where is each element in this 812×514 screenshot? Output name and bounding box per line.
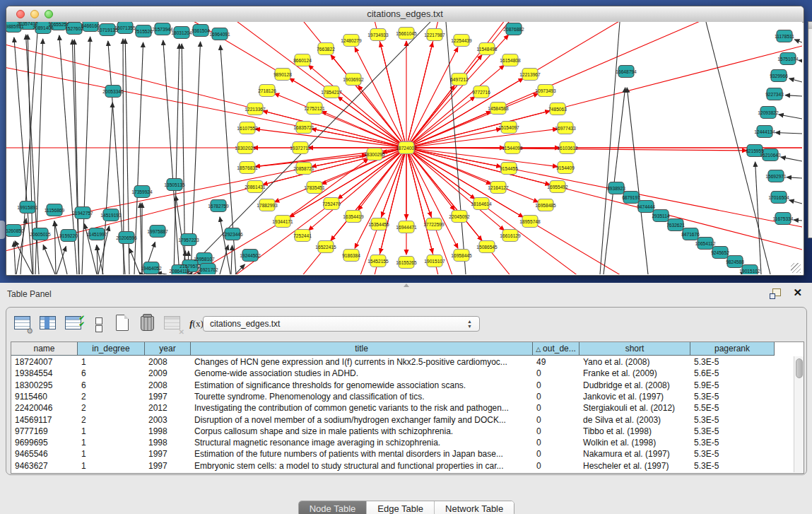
column-header-out-de-[interactable]: △out_de... [533,342,579,356]
table-cell[interactable]: 5.3E-5 [690,426,775,437]
table-cell[interactable]: 0 [533,402,579,414]
table-row[interactable]: 946554611997Estimation of the future num… [11,448,804,460]
network-canvas[interactable]: 1872400718300295161036121697743374850631… [6,22,802,274]
float-panel-icon[interactable] [770,288,781,299]
table-cell[interactable]: 5.3E-5 [690,448,775,460]
table-cell[interactable]: Yano et al. (2008) [579,356,690,368]
collapsed-panel-handle[interactable] [0,221,5,239]
column-header-title[interactable]: title [191,342,533,356]
table-cell[interactable]: 1997 [145,460,191,472]
column-header-short[interactable]: short [579,342,690,356]
table-cell[interactable]: 18724007 [11,356,78,368]
table-cell[interactable]: 5.5E-5 [690,402,775,414]
table-cell[interactable]: 1 [78,460,145,472]
table-cell[interactable]: 1 [78,356,145,368]
tab-network-table[interactable]: Network Table [434,501,514,514]
table-cell[interactable]: 5.3E-5 [690,437,775,448]
node-table[interactable]: namein_degreeyeartitle△out_de...shortpag… [11,341,804,474]
table-cell[interactable]: 6 [78,368,145,379]
table-cell[interactable]: Estimation of significance thresholds fo… [191,380,533,391]
table-cell[interactable]: Stergiakouli et al. (2012) [579,402,690,414]
table-cell[interactable]: 2009 [145,368,191,379]
close-panel-icon[interactable]: ✕ [793,287,802,298]
table-cell[interactable]: 9465546 [11,448,78,460]
window-resize-grip[interactable] [791,263,801,273]
trash-icon[interactable] [136,313,158,334]
table-cell[interactable]: 2 [78,402,145,414]
panel-resize-handle[interactable] [404,284,409,287]
table-cell[interactable]: 5.6E-5 [690,368,775,379]
table-row[interactable]: 1938455462009Genome-wide association stu… [11,368,804,379]
table-cell[interactable]: 0 [533,368,579,379]
table-cell[interactable]: Hescheler et al. (1997) [579,460,690,472]
table-cell[interactable]: 18300295 [11,380,78,391]
table-cell[interactable]: Jankovic et al. (1997) [579,391,690,402]
table-cell[interactable]: 0 [533,380,579,391]
table-cell[interactable]: 0 [533,460,579,472]
table-cell[interactable]: 6 [78,380,145,391]
table-row[interactable]: 1456911722003Disruption of a novel membe… [11,414,804,426]
table-cell[interactable]: 0 [533,414,579,426]
table-row[interactable]: 977716911998Corpus callosum shape and si… [11,426,804,437]
table-cell[interactable]: 0 [533,426,579,437]
table-select-dropdown[interactable]: citations_edges.txt ▲▼ [203,316,480,332]
rows-icon[interactable] [88,313,110,334]
table-cell[interactable]: Nakamura et al. (1997) [579,448,690,460]
table-cell[interactable]: 1997 [145,448,191,460]
table-cell[interactable]: 1998 [145,437,191,448]
table-cell[interactable]: 1998 [145,426,191,437]
table-row[interactable]: 911546021997Tourette syndrome. Phenomeno… [11,391,804,402]
new-file-icon[interactable] [112,313,133,334]
table-cell[interactable]: 2 [78,391,145,402]
tab-edge-table[interactable]: Edge Table [366,501,434,514]
column-header-year[interactable]: year [145,342,191,356]
table-vertical-scrollbar[interactable] [794,356,804,472]
table-cell[interactable]: 2008 [145,356,191,368]
table-cell[interactable]: 0 [533,448,579,460]
table-cell[interactable]: Corpus callosum shape and size in male p… [191,426,533,437]
table-cell[interactable]: 5.3E-5 [690,391,775,402]
column-header-in-degree[interactable]: in_degree [78,342,145,356]
table-cell[interactable]: 2008 [145,380,191,391]
table-cell[interactable]: Franke et al. (2009) [579,368,690,379]
row-checks-icon[interactable]: ✔✔ [63,313,84,334]
table-cell[interactable]: Changes of HCN gene expression and I(f) … [191,356,533,368]
table-cell[interactable]: 22420046 [11,402,78,414]
table-cell[interactable]: Investigating the contribution of common… [191,402,533,414]
table-cell[interactable]: 5.3E-5 [690,414,775,426]
table-cell[interactable]: 5.3E-5 [690,460,775,472]
table-cell[interactable]: 19384554 [11,368,78,379]
table-cell[interactable]: 5.9E-5 [690,380,775,391]
table-header-row[interactable]: namein_degreeyeartitle△out_de...shortpag… [11,342,804,356]
table-cell[interactable]: Tibbo et al. (1998) [579,426,690,437]
column-header-pagerank[interactable]: pagerank [690,342,775,356]
table-cell[interactable]: 9699695 [11,437,78,448]
table-settings-icon[interactable]: ⚙ [12,313,33,334]
table-cell[interactable]: Structural magnetic resonance image aver… [191,437,533,448]
table-cell[interactable]: Estimation of the future numbers of pati… [191,448,533,460]
table-cell[interactable]: Embryonic stem cells: a model to study s… [191,460,533,472]
table-cell[interactable]: Genome-wide association studies in ADHD. [191,368,533,379]
table-row[interactable]: 946362711997Embryonic stem cells: a mode… [11,460,804,472]
table-row[interactable]: 1830029562008Estimation of significance … [11,380,804,391]
table-cell[interactable]: 9115460 [11,391,78,402]
table-cell[interactable]: 49 [533,356,579,368]
table-cell[interactable]: 2 [78,414,145,426]
scrollbar-thumb[interactable] [796,358,803,378]
column-header-name[interactable]: name [11,342,78,356]
table-cell[interactable]: 9463627 [11,460,78,472]
table-cell[interactable]: 2003 [145,414,191,426]
table-cell[interactable]: Dudbridge et al. (2008) [579,380,690,391]
table-cell[interactable]: 2012 [145,402,191,414]
table-cell[interactable]: 14569117 [11,414,78,426]
table-row[interactable]: 1872400712008Changes of HCN gene express… [11,356,804,368]
network-window-titlebar[interactable]: citations_edges.txt [6,6,804,23]
table-cell[interactable]: 1 [78,448,145,460]
table-cell[interactable]: 1 [78,426,145,437]
table-cell[interactable]: Disruption of a novel member of a sodium… [191,414,533,426]
network-view[interactable]: 1872400718300295161036121697743374850631… [6,22,802,274]
table-cell[interactable]: Wolkin et al. (1998) [579,437,690,448]
background-window-edge[interactable] [808,21,812,238]
table-cell[interactable]: Tourette syndrome. Phenomenology and cla… [191,391,533,402]
table-cell[interactable]: de Silva et al. (2003) [579,414,690,426]
